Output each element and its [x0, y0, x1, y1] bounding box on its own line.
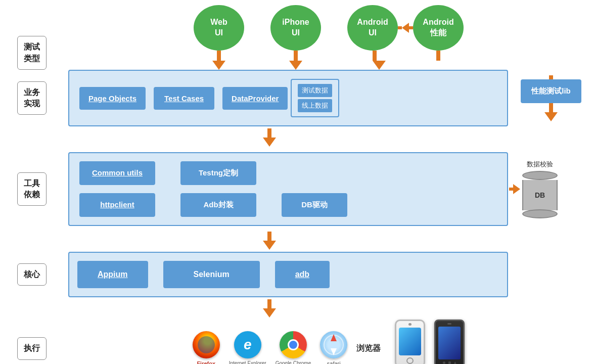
- perf-lib-box: 性能测试lib: [521, 79, 581, 103]
- arrow-row-3: [5, 299, 589, 317]
- tools-layout: Common utils Testng定制 httpclient: [68, 152, 589, 226]
- android-phone-item: Android: [434, 320, 465, 364]
- tools-content: Common utils Testng定制 httpclient: [58, 152, 589, 226]
- arrow-row-2: [5, 232, 589, 250]
- test-data-item: 测试数据: [298, 84, 332, 97]
- android-btn3: [454, 361, 456, 364]
- adb-box: adb: [275, 261, 330, 288]
- tools-label: 工具 依赖: [17, 172, 47, 206]
- android-shape: [434, 320, 465, 364]
- tools-section: Common utils Testng定制 httpclient: [68, 152, 508, 226]
- data-provider-box: DataProvider: [222, 87, 288, 110]
- httpclient-box: httpclient: [79, 193, 155, 217]
- iphone-screen: [399, 328, 421, 355]
- db-h-head: [513, 184, 520, 194]
- execute-label-area: 执行: [5, 337, 58, 359]
- business-label-area: 业务 实现: [5, 81, 58, 115]
- android-btn1: [443, 361, 445, 364]
- perf-down-head: [544, 112, 558, 121]
- selenium-label: Selenium: [194, 270, 230, 279]
- adb-label: adb: [295, 270, 309, 279]
- web-ui-label: WebUI: [210, 17, 227, 38]
- adb-wrap-box: Adb封装: [180, 193, 256, 217]
- db-driver-box: DB驱动: [282, 193, 347, 217]
- h-arrow-left: [402, 23, 409, 33]
- business-section: Page Objects Test Cases DataProvider 测试数…: [68, 70, 508, 126]
- test-type-label-area: 测试 类型: [5, 36, 58, 70]
- tools-to-core-arrow: [263, 232, 276, 250]
- iphone-item: iPhone: [395, 320, 425, 364]
- perf-shaft-bottom: [549, 103, 553, 112]
- safari-needle-s: [331, 348, 337, 355]
- business-items: Page Objects Test Cases DataProvider 测试数…: [79, 79, 497, 117]
- safari-compass: [324, 335, 344, 355]
- business-row: 业务 实现 Page Objects Test Cases: [5, 70, 589, 126]
- tools-label-area: 工具 依赖: [5, 172, 58, 206]
- tools-row-1: Common utils Testng定制: [79, 161, 497, 185]
- android-down-arrow: [373, 61, 386, 70]
- iphone-down-shaft: [294, 51, 298, 61]
- chrome-label: Google Chrome: [276, 360, 311, 364]
- common-utils-label: Common utils: [92, 168, 143, 177]
- arrow-center-offset: [71, 128, 276, 147]
- android-down-shaft: [373, 51, 377, 61]
- test-cases-label: Test Cases: [164, 94, 204, 103]
- safari-icon: [320, 331, 347, 358]
- test-cases-box: Test Cases: [154, 87, 214, 110]
- execute-row: 执行 Firefox e Internet Explorer Google Ch…: [5, 320, 589, 364]
- db-text: DB: [535, 191, 545, 199]
- android-ui-row: AndroidUI Android性能: [347, 5, 464, 51]
- android-perf-oval: Android性能: [413, 5, 464, 51]
- iphone-down-arrow: [289, 61, 302, 70]
- android-arrow-heads: [347, 61, 464, 70]
- appium-box: Appium: [77, 261, 148, 288]
- h-shaft1: [398, 26, 402, 29]
- iphone-ui-item: iPhoneUI: [270, 5, 321, 70]
- db-h-shaft: [509, 188, 513, 191]
- appium-label: Appium: [98, 270, 128, 279]
- web-down-arrow: [212, 61, 225, 70]
- test-type-row: 测试 类型 WebUI iPhoneUI: [5, 5, 589, 70]
- biz-to-tools-arrow: [263, 128, 276, 147]
- data-provider-group: DataProvider 测试数据 线上数据: [222, 79, 339, 117]
- arrow-center-offset2: [71, 232, 276, 250]
- ie-icon: e: [234, 331, 261, 358]
- db-cylinder: DB: [522, 171, 558, 218]
- business-content: Page Objects Test Cases DataProvider 测试数…: [58, 70, 589, 126]
- db-top: [522, 171, 558, 180]
- business-label: 业务 实现: [17, 81, 47, 115]
- iphone-ui-oval: iPhoneUI: [270, 5, 321, 51]
- firefox-icon: [193, 331, 220, 358]
- online-data-item: 线上数据: [298, 99, 332, 112]
- iphone-button: [406, 357, 414, 364]
- page-objects-label: Page Objects: [88, 94, 136, 103]
- execute-label: 执行: [17, 337, 47, 359]
- iphone-camera: [408, 323, 412, 326]
- tools-items: Common utils Testng定制 httpclient: [79, 161, 497, 217]
- chrome-item: Google Chrome: [276, 331, 311, 364]
- core-content: Appium Selenium adb: [58, 252, 589, 297]
- android-ui-item: AndroidUI Android性能: [347, 5, 464, 70]
- common-utils-box: Common utils: [79, 161, 155, 185]
- chrome-icon: [280, 331, 307, 358]
- iphone-shape: [395, 320, 425, 364]
- business-layout: Page Objects Test Cases DataProvider 测试数…: [68, 70, 589, 126]
- android-perf-label: Android性能: [423, 17, 453, 38]
- data-verify-label: 数据校验: [527, 160, 553, 169]
- android-speaker: [447, 323, 451, 325]
- db-body: DB: [522, 180, 558, 210]
- arrow-center-offset3: [71, 299, 276, 317]
- selenium-box: Selenium: [163, 261, 260, 288]
- android-ui-label: AndroidUI: [357, 17, 388, 38]
- testng-label: Testng定制: [199, 168, 238, 177]
- page-objects-box: Page Objects: [79, 87, 146, 110]
- arrow-row-1: [5, 128, 589, 147]
- core-label: 核心: [17, 263, 47, 286]
- web-ui-oval: WebUI: [194, 5, 244, 51]
- tools-row-2: httpclient Adb封装 DB驱动: [79, 193, 497, 217]
- db-bottom: [522, 209, 558, 218]
- android-screen: [438, 327, 461, 359]
- core-row: 核心 Appium Selenium adb: [5, 252, 589, 297]
- core-exec-head: [263, 308, 276, 317]
- db-area: 数据校验 DB: [508, 160, 558, 218]
